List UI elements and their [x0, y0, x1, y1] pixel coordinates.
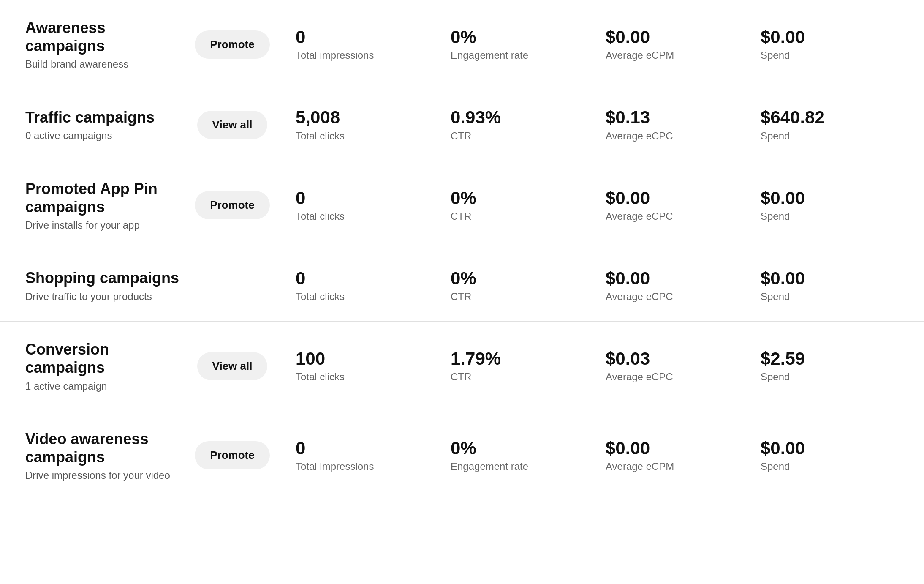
metric-promoted-app-pin-2: $0.00Average eCPC: [589, 188, 744, 222]
metric-value-shopping-3: $0.00: [761, 269, 882, 288]
promote-button-awareness[interactable]: Promote: [195, 30, 269, 59]
metric-label-promoted-app-pin-3: Spend: [761, 210, 882, 222]
metric-value-video-awareness-0: 0: [296, 439, 417, 458]
campaign-name-conversion: Conversion campaigns: [25, 340, 186, 377]
metric-label-shopping-2: Average eCPC: [606, 291, 727, 303]
metric-label-video-awareness-0: Total impressions: [296, 461, 417, 472]
campaign-info-awareness: Awareness campaignsBuild brand awareness: [25, 19, 186, 70]
campaign-metrics-conversion: 100Total clicks1.79%CTR$0.03Average eCPC…: [279, 349, 899, 383]
campaign-subtitle-video-awareness: Drive impressions for your video: [25, 469, 186, 481]
campaign-subtitle-conversion: 1 active campaign: [25, 380, 186, 392]
metric-label-promoted-app-pin-1: CTR: [451, 210, 572, 222]
campaign-action-video-awareness: Promote: [186, 441, 279, 469]
metric-value-conversion-0: 100: [296, 349, 417, 368]
campaign-name-video-awareness: Video awareness campaigns: [25, 430, 186, 466]
metric-value-awareness-0: 0: [296, 27, 417, 47]
campaign-table: Awareness campaignsBuild brand awareness…: [0, 0, 924, 500]
metric-value-video-awareness-3: $0.00: [761, 439, 882, 458]
metric-value-shopping-0: 0: [296, 269, 417, 288]
metric-label-awareness-1: Engagement rate: [451, 49, 572, 61]
campaign-metrics-promoted-app-pin: 0Total clicks0%CTR$0.00Average eCPC$0.00…: [279, 188, 899, 222]
promote-button-video-awareness[interactable]: Promote: [195, 441, 269, 469]
metric-label-shopping-1: CTR: [451, 291, 572, 303]
metric-value-awareness-3: $0.00: [761, 27, 882, 47]
metric-value-video-awareness-1: 0%: [451, 439, 572, 458]
metric-label-conversion-1: CTR: [451, 371, 572, 383]
metric-label-conversion-0: Total clicks: [296, 371, 417, 383]
campaign-metrics-video-awareness: 0Total impressions0%Engagement rate$0.00…: [279, 439, 899, 472]
campaign-row-traffic: Traffic campaigns0 active campaignsView …: [0, 89, 924, 161]
campaign-action-traffic: View all: [186, 111, 279, 139]
view-all-button-conversion[interactable]: View all: [197, 352, 268, 380]
metric-shopping-3: $0.00Spend: [744, 269, 899, 303]
campaign-info-shopping: Shopping campaignsDrive traffic to your …: [25, 269, 186, 302]
metric-value-conversion-1: 1.79%: [451, 349, 572, 368]
campaign-info-traffic: Traffic campaigns0 active campaigns: [25, 108, 186, 142]
metric-value-traffic-1: 0.93%: [451, 108, 572, 127]
metric-label-traffic-2: Average eCPC: [606, 130, 727, 142]
metric-label-video-awareness-3: Spend: [761, 461, 882, 472]
metric-label-awareness-0: Total impressions: [296, 49, 417, 61]
campaign-subtitle-awareness: Build brand awareness: [25, 58, 186, 70]
metric-label-promoted-app-pin-0: Total clicks: [296, 210, 417, 222]
metric-value-conversion-2: $0.03: [606, 349, 727, 368]
metric-value-video-awareness-2: $0.00: [606, 439, 727, 458]
metric-conversion-0: 100Total clicks: [279, 349, 434, 383]
campaign-row-promoted-app-pin: Promoted App Pin campaignsDrive installs…: [0, 161, 924, 250]
metric-shopping-1: 0%CTR: [434, 269, 589, 303]
metric-video-awareness-3: $0.00Spend: [744, 439, 899, 472]
campaign-subtitle-shopping: Drive traffic to your products: [25, 291, 186, 303]
metric-video-awareness-1: 0%Engagement rate: [434, 439, 589, 472]
metric-label-traffic-1: CTR: [451, 130, 572, 142]
metric-value-promoted-app-pin-1: 0%: [451, 188, 572, 208]
metric-label-video-awareness-2: Average eCPM: [606, 461, 727, 472]
metric-label-conversion-2: Average eCPC: [606, 371, 727, 383]
metric-value-awareness-2: $0.00: [606, 27, 727, 47]
campaign-row-video-awareness: Video awareness campaignsDrive impressio…: [0, 411, 924, 500]
metric-value-traffic-2: $0.13: [606, 108, 727, 127]
campaign-action-awareness: Promote: [186, 30, 279, 59]
metric-label-awareness-2: Average eCPM: [606, 49, 727, 61]
metric-value-traffic-3: $640.82: [761, 108, 882, 127]
campaign-action-conversion: View all: [186, 352, 279, 380]
campaign-row-awareness: Awareness campaignsBuild brand awareness…: [0, 0, 924, 89]
campaign-metrics-shopping: 0Total clicks0%CTR$0.00Average eCPC$0.00…: [279, 269, 899, 303]
metric-awareness-3: $0.00Spend: [744, 27, 899, 61]
metric-value-shopping-1: 0%: [451, 269, 572, 288]
campaign-name-promoted-app-pin: Promoted App Pin campaigns: [25, 180, 186, 216]
view-all-button-traffic[interactable]: View all: [197, 111, 268, 139]
campaign-row-conversion: Conversion campaigns1 active campaignVie…: [0, 322, 924, 411]
metric-label-shopping-0: Total clicks: [296, 291, 417, 303]
metric-traffic-2: $0.13Average eCPC: [589, 108, 744, 142]
metric-awareness-1: 0%Engagement rate: [434, 27, 589, 61]
metric-label-video-awareness-1: Engagement rate: [451, 461, 572, 472]
metric-value-conversion-3: $2.59: [761, 349, 882, 368]
metric-shopping-2: $0.00Average eCPC: [589, 269, 744, 303]
metric-promoted-app-pin-1: 0%CTR: [434, 188, 589, 222]
campaign-info-video-awareness: Video awareness campaignsDrive impressio…: [25, 430, 186, 481]
campaign-row-shopping: Shopping campaignsDrive traffic to your …: [0, 250, 924, 322]
metric-traffic-1: 0.93%CTR: [434, 108, 589, 142]
metric-value-promoted-app-pin-2: $0.00: [606, 188, 727, 208]
metric-video-awareness-2: $0.00Average eCPM: [589, 439, 744, 472]
promote-button-promoted-app-pin[interactable]: Promote: [195, 191, 269, 219]
metric-conversion-2: $0.03Average eCPC: [589, 349, 744, 383]
metric-value-traffic-0: 5,008: [296, 108, 417, 127]
metric-traffic-3: $640.82Spend: [744, 108, 899, 142]
metric-label-promoted-app-pin-2: Average eCPC: [606, 210, 727, 222]
metric-conversion-1: 1.79%CTR: [434, 349, 589, 383]
metric-label-shopping-3: Spend: [761, 291, 882, 303]
metric-value-awareness-1: 0%: [451, 27, 572, 47]
campaign-subtitle-traffic: 0 active campaigns: [25, 130, 186, 142]
metric-awareness-2: $0.00Average eCPM: [589, 27, 744, 61]
campaign-subtitle-promoted-app-pin: Drive installs for your app: [25, 219, 186, 231]
campaign-name-traffic: Traffic campaigns: [25, 108, 186, 126]
metric-label-conversion-3: Spend: [761, 371, 882, 383]
metric-traffic-0: 5,008Total clicks: [279, 108, 434, 142]
metric-label-traffic-0: Total clicks: [296, 130, 417, 142]
metric-label-awareness-3: Spend: [761, 49, 882, 61]
metric-video-awareness-0: 0Total impressions: [279, 439, 434, 472]
campaign-name-shopping: Shopping campaigns: [25, 269, 186, 287]
campaign-name-awareness: Awareness campaigns: [25, 19, 186, 55]
campaign-metrics-traffic: 5,008Total clicks0.93%CTR$0.13Average eC…: [279, 108, 899, 142]
